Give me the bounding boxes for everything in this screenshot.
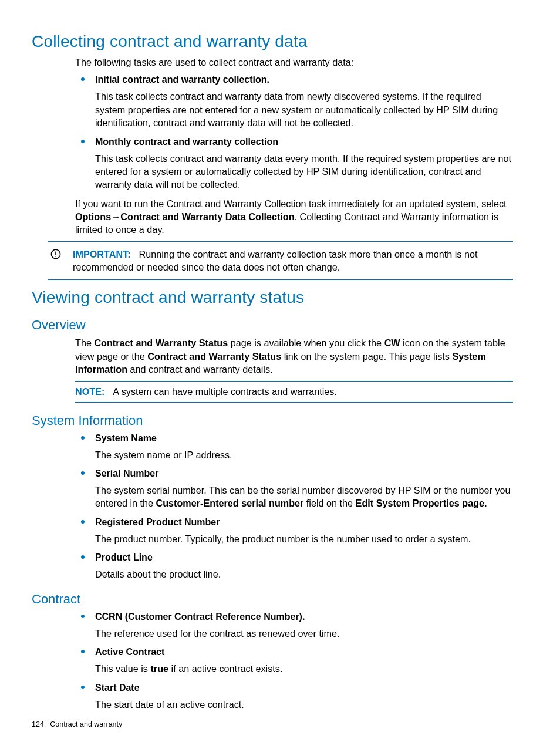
text-bold: true bbox=[150, 663, 168, 674]
bullet-title: Registered Product Number bbox=[95, 516, 513, 529]
bullet-desc: The system name or IP address. bbox=[95, 448, 513, 461]
text-fragment: The bbox=[75, 337, 94, 348]
page-footer: 124 Contract and warranty bbox=[32, 720, 122, 728]
text-fragment: if an active contract exists. bbox=[168, 663, 282, 674]
important-icon bbox=[48, 248, 73, 262]
bullet-desc: This value is true if an active contract… bbox=[95, 662, 513, 675]
text-fragment: page is available when you click the bbox=[228, 337, 384, 348]
section1-bullets: Initial contract and warranty collection… bbox=[75, 73, 513, 191]
bullet-title: Product Line bbox=[95, 551, 513, 564]
note-label: NOTE: bbox=[75, 386, 104, 397]
section1-body: The following tasks are used to collect … bbox=[75, 56, 513, 237]
sysinfo-bullets: System Name The system name or IP addres… bbox=[75, 432, 513, 581]
bullet-title: Monthly contract and warranty collection bbox=[95, 136, 513, 148]
list-item: Registered Product Number The product nu… bbox=[75, 516, 513, 545]
heading-contract: Contract bbox=[32, 592, 513, 607]
bullet-title: CCRN (Customer Contract Reference Number… bbox=[95, 610, 513, 623]
sysinfo-body: System Name The system name or IP addres… bbox=[75, 432, 513, 581]
text-bold: Contract and Warranty Status bbox=[147, 351, 281, 362]
bullet-desc: This task collects contract and warranty… bbox=[95, 90, 513, 129]
contract-bullets: CCRN (Customer Contract Reference Number… bbox=[75, 610, 513, 711]
bullet-desc: This task collects contract and warranty… bbox=[95, 152, 513, 191]
note-body: A system can have multiple contracts and… bbox=[113, 386, 336, 397]
overview-body: The Contract and Warranty Status page is… bbox=[75, 336, 513, 376]
list-item: Serial Number The system serial number. … bbox=[75, 467, 513, 510]
important-label: IMPORTANT: bbox=[73, 249, 131, 259]
text-bold: Edit System Properties page. bbox=[356, 498, 487, 508]
section1-closing: If you want to run the Contract and Warr… bbox=[75, 197, 513, 237]
contract-body: CCRN (Customer Contract Reference Number… bbox=[75, 610, 513, 711]
important-text: IMPORTANT:Running the contract and warra… bbox=[73, 248, 513, 274]
bullet-title: Active Contract bbox=[95, 646, 513, 659]
document-page: Collecting contract and warranty data Th… bbox=[0, 0, 560, 746]
text-bold: CW bbox=[384, 337, 400, 348]
text-fragment: link on the system page. This page lists bbox=[281, 351, 452, 362]
bullet-desc: Details about the product line. bbox=[95, 568, 513, 580]
text-fragment: This value is bbox=[95, 663, 150, 674]
list-item: Product Line Details about the product l… bbox=[75, 551, 513, 580]
bullet-desc: The product number. Typically, the produ… bbox=[95, 532, 513, 545]
list-item: Active Contract This value is true if an… bbox=[75, 646, 513, 675]
bullet-desc: The system serial number. This can be th… bbox=[95, 484, 513, 510]
list-item: Start Date The start date of an active c… bbox=[75, 681, 513, 711]
text-fragment: If you want to run the Contract and Warr… bbox=[75, 198, 506, 209]
heading-collecting: Collecting contract and warranty data bbox=[32, 32, 513, 51]
list-item: System Name The system name or IP addres… bbox=[75, 432, 513, 461]
text-bold: Options bbox=[75, 211, 111, 222]
arrow-icon: → bbox=[111, 211, 120, 222]
list-item: CCRN (Customer Contract Reference Number… bbox=[75, 610, 513, 640]
important-callout: IMPORTANT:Running the contract and warra… bbox=[48, 241, 513, 281]
section1-intro: The following tasks are used to collect … bbox=[75, 56, 513, 69]
list-item: Initial contract and warranty collection… bbox=[75, 73, 513, 129]
bullet-title: Initial contract and warranty collection… bbox=[95, 73, 513, 86]
text-fragment: and contract and warranty details. bbox=[127, 364, 272, 374]
bullet-desc: The reference used for the contract as r… bbox=[95, 627, 513, 640]
heading-system-information: System Information bbox=[32, 413, 513, 428]
text-fragment: field on the bbox=[303, 498, 355, 508]
bullet-title: Serial Number bbox=[95, 467, 513, 480]
list-item: Monthly contract and warranty collection… bbox=[75, 136, 513, 191]
page-number: 124 bbox=[32, 720, 44, 728]
footer-chapter: Contract and warranty bbox=[50, 720, 122, 728]
bullet-title: System Name bbox=[95, 432, 513, 445]
svg-point-2 bbox=[55, 256, 56, 257]
heading-overview: Overview bbox=[32, 318, 513, 333]
bullet-title: Start Date bbox=[95, 681, 513, 694]
note-callout: NOTE:A system can have multiple contract… bbox=[75, 381, 513, 403]
text-bold: Contract and Warranty Data Collection bbox=[120, 211, 294, 222]
text-bold: Contract and Warranty Status bbox=[94, 337, 228, 348]
heading-viewing: Viewing contract and warranty status bbox=[32, 288, 513, 307]
important-body: Running the contract and warranty collec… bbox=[73, 249, 477, 272]
text-bold: Customer-Entered serial number bbox=[156, 498, 304, 508]
bullet-desc: The start date of an active contract. bbox=[95, 698, 513, 711]
overview-paragraph: The Contract and Warranty Status page is… bbox=[75, 336, 513, 376]
